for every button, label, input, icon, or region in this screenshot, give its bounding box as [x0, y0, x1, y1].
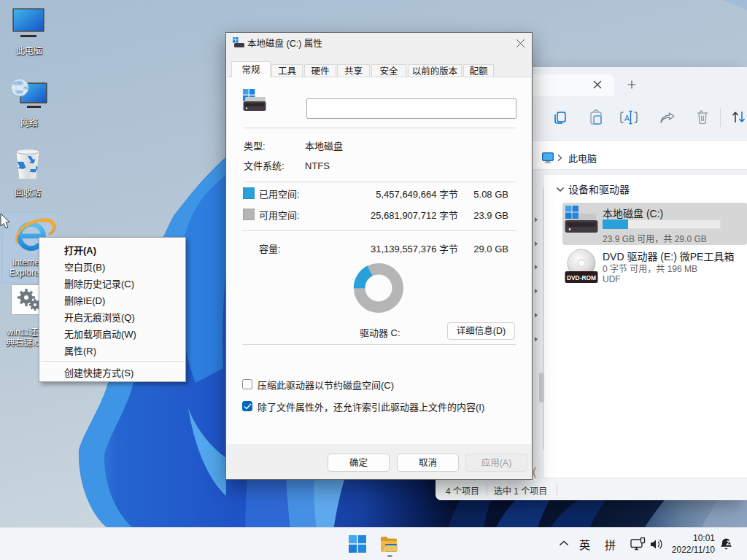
svg-text:DVD-ROM: DVD-ROM — [567, 274, 596, 281]
svg-text:A: A — [624, 114, 630, 122]
